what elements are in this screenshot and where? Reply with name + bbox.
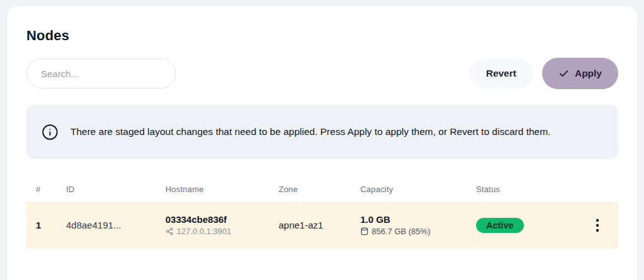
- column-header-id: ID: [66, 185, 165, 194]
- nodes-table: # ID Hostname Zone Capacity Status 1 4d8…: [26, 176, 618, 249]
- staged-changes-banner: There are staged layout changes that nee…: [26, 105, 618, 159]
- database-icon: [360, 227, 369, 235]
- node-usage-line: 856.7 GB (85%): [360, 227, 476, 236]
- apply-button-label: Apply: [575, 68, 602, 79]
- nodes-card: Nodes Revert Apply There are staged layo…: [8, 6, 637, 280]
- revert-button[interactable]: Revert: [469, 59, 533, 89]
- check-icon: [558, 68, 569, 79]
- node-address-line: 127.0.0.1:3901: [165, 227, 279, 236]
- share-network-icon: [165, 227, 174, 235]
- banner-text: There are staged layout changes that nee…: [70, 124, 550, 139]
- node-capacity: 1.0 GB: [360, 214, 476, 225]
- kebab-vertical-icon: [596, 218, 599, 232]
- revert-button-label: Revert: [486, 68, 516, 79]
- column-header-hostname: Hostname: [165, 185, 279, 194]
- node-hostname: 03334cbe836f: [165, 214, 279, 225]
- table-header: # ID Hostname Zone Capacity Status: [26, 176, 618, 202]
- row-menu-button[interactable]: [587, 215, 608, 236]
- column-header-capacity: Capacity: [360, 185, 476, 194]
- column-header-index: #: [36, 185, 66, 194]
- actions-cell: [577, 215, 618, 236]
- toolbar: Revert Apply: [26, 58, 618, 89]
- search-input[interactable]: [26, 58, 176, 89]
- info-circle-icon: [42, 124, 58, 141]
- column-header-status: Status: [476, 185, 577, 194]
- column-header-zone: Zone: [279, 185, 360, 194]
- capacity-cell: 1.0 GB 856.7 GB (85%): [360, 214, 476, 236]
- status-badge: Active: [476, 218, 524, 233]
- apply-button[interactable]: Apply: [542, 58, 618, 89]
- hostname-cell: 03334cbe836f 127.0.0.1:3901: [165, 214, 279, 236]
- node-usage: 856.7 GB (85%): [372, 227, 430, 236]
- node-address: 127.0.0.1:3901: [177, 227, 231, 236]
- toolbar-buttons: Revert Apply: [469, 58, 618, 89]
- status-cell: Active: [476, 218, 577, 233]
- table-row[interactable]: 1 4d8ae4191... 03334cbe836f 127.0.0.1:39…: [26, 202, 618, 249]
- page-title: Nodes: [26, 28, 618, 44]
- node-id: 4d8ae4191...: [66, 220, 165, 230]
- node-zone: apne1-az1: [279, 220, 360, 230]
- row-index: 1: [36, 220, 66, 230]
